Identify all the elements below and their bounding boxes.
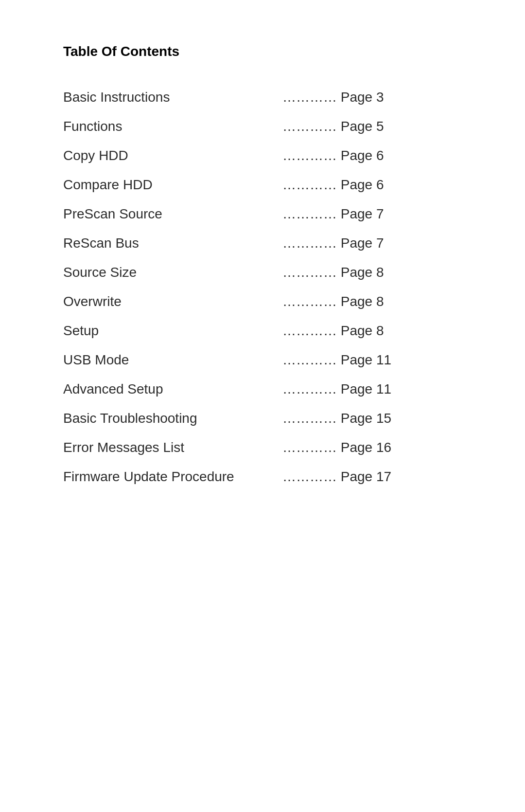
toc-row: Firmware Update Procedure………… Page 17 [63, 462, 462, 491]
toc-row: Advanced Setup………… Page 11 [63, 375, 462, 404]
toc-entry-page: ………… Page 8 [282, 258, 462, 287]
toc-entry-label: Firmware Update Procedure [63, 462, 282, 491]
toc-row: Overwrite………… Page 8 [63, 287, 462, 316]
toc-entry-label: Compare HDD [63, 170, 282, 199]
toc-row: Functions………… Page 5 [63, 112, 462, 141]
page-container: Table Of Contents Basic Instructions…………… [0, 0, 525, 812]
toc-row: Basic Instructions………… Page 3 [63, 83, 462, 112]
toc-row: PreScan Source………… Page 7 [63, 199, 462, 229]
toc-entry-label: Copy HDD [63, 141, 282, 170]
toc-row: Setup………… Page 8 [63, 316, 462, 345]
toc-entry-label: Overwrite [63, 287, 282, 316]
toc-row: Source Size………… Page 8 [63, 258, 462, 287]
toc-row: USB Mode………… Page 11 [63, 345, 462, 375]
toc-entry-page: ………… Page 6 [282, 141, 462, 170]
toc-title: Table Of Contents [63, 44, 462, 59]
toc-entry-page: ………… Page 11 [282, 345, 462, 375]
toc-row: Error Messages List………… Page 16 [63, 433, 462, 462]
toc-entry-label: Source Size [63, 258, 282, 287]
toc-entry-label: ReScan Bus [63, 229, 282, 258]
toc-entry-label: Basic Instructions [63, 83, 282, 112]
toc-entry-page: ………… Page 15 [282, 404, 462, 433]
toc-entry-page: ………… Page 7 [282, 199, 462, 229]
toc-entry-page: ………… Page 8 [282, 287, 462, 316]
toc-entry-label: Basic Troubleshooting [63, 404, 282, 433]
toc-entry-label: Setup [63, 316, 282, 345]
toc-entry-page: ………… Page 5 [282, 112, 462, 141]
toc-entry-page: ………… Page 11 [282, 375, 462, 404]
toc-row: ReScan Bus………… Page 7 [63, 229, 462, 258]
toc-row: Copy HDD………… Page 6 [63, 141, 462, 170]
toc-table: Basic Instructions………… Page 3Functions……… [63, 83, 462, 491]
toc-entry-page: ………… Page 3 [282, 83, 462, 112]
toc-entry-page: ………… Page 16 [282, 433, 462, 462]
toc-entry-label: Error Messages List [63, 433, 282, 462]
toc-entry-label: Functions [63, 112, 282, 141]
toc-entry-page: ………… Page 8 [282, 316, 462, 345]
toc-entry-page: ………… Page 17 [282, 462, 462, 491]
toc-entry-label: PreScan Source [63, 199, 282, 229]
toc-entry-label: Advanced Setup [63, 375, 282, 404]
toc-row: Compare HDD………… Page 6 [63, 170, 462, 199]
toc-entry-page: ………… Page 6 [282, 170, 462, 199]
toc-entry-page: ………… Page 7 [282, 229, 462, 258]
toc-row: Basic Troubleshooting………… Page 15 [63, 404, 462, 433]
toc-entry-label: USB Mode [63, 345, 282, 375]
